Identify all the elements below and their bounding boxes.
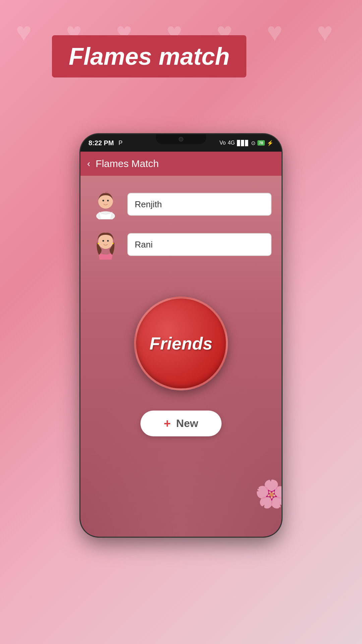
app-header: ‹ Flames Match	[80, 152, 282, 176]
svg-point-2	[103, 200, 104, 202]
phone-frame: 8:22 PM P Vo 4G ▊▊▊ ⊙ 78 ⚡ ‹ Flames Matc…	[80, 134, 282, 537]
banner-text: Flames match	[69, 43, 230, 70]
person1-name-input[interactable]	[127, 193, 272, 216]
result-label: Friends	[149, 333, 213, 354]
person2-name-input[interactable]	[127, 233, 272, 256]
new-label: New	[176, 417, 198, 430]
app-title: Flames Match	[96, 158, 159, 169]
app-content: Friends + New 🌸	[80, 176, 282, 537]
signal-bars: ▊▊▊	[237, 140, 249, 146]
back-button[interactable]: ‹	[87, 158, 90, 169]
status-carrier: P	[119, 140, 123, 147]
signal-icon: Vo	[220, 140, 226, 146]
person2-row	[90, 229, 272, 260]
charging-icon: ⚡	[267, 140, 274, 146]
svg-point-8	[112, 243, 114, 244]
svg-point-3	[107, 200, 109, 202]
svg-point-5	[103, 240, 104, 242]
status-time: 8:22 PM	[88, 139, 114, 147]
person2-avatar	[90, 229, 121, 260]
camera-dot	[179, 137, 183, 142]
phone-screen: 8:22 PM P Vo 4G ▊▊▊ ⊙ 78 ⚡ ‹ Flames Matc…	[80, 134, 282, 537]
svg-point-6	[107, 240, 109, 242]
person1-row	[90, 189, 272, 219]
result-circle[interactable]: Friends	[134, 297, 228, 390]
svg-point-7	[98, 243, 99, 244]
person1-avatar	[90, 189, 121, 219]
wifi-icon: ⊙	[251, 140, 255, 146]
plus-icon: +	[164, 418, 171, 430]
flames-match-banner: Flames match	[52, 35, 246, 77]
status-right: Vo 4G ▊▊▊ ⊙ 78 ⚡	[220, 140, 274, 146]
network-icon: 4G	[228, 140, 235, 146]
battery-icon: 78	[257, 140, 265, 146]
flower-decoration: 🌸	[255, 478, 282, 510]
new-button[interactable]: + New	[140, 411, 222, 436]
svg-point-4	[98, 234, 113, 249]
phone-notch	[156, 134, 206, 144]
status-left: 8:22 PM P	[88, 139, 123, 147]
